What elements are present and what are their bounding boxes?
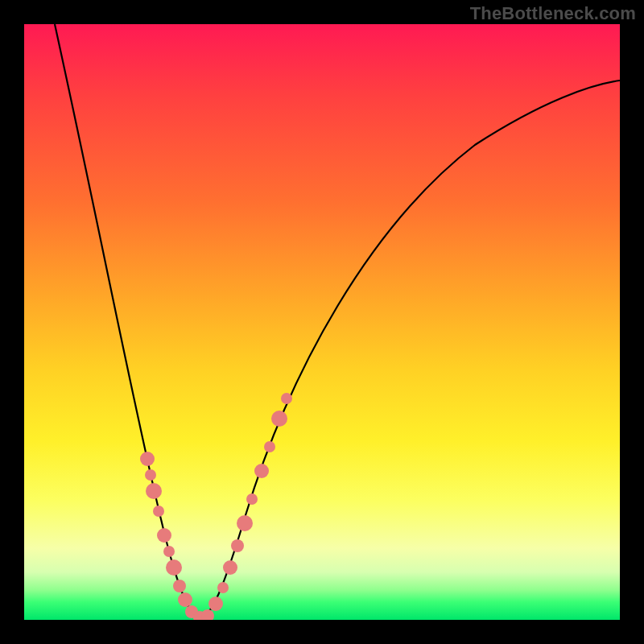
bead-marker [153,506,164,517]
plot-area [24,24,620,620]
bead-marker [237,515,253,531]
bead-marker [178,592,192,607]
bead-marker [145,469,156,481]
bead-marker [254,464,269,478]
bead-marker [281,393,292,404]
chart-svg [24,24,620,620]
bead-marker [246,493,258,505]
bead-marker [264,441,275,452]
bead-marker [146,483,162,499]
bead-group [140,393,292,620]
bead-marker [217,582,229,593]
bead-marker [173,580,186,592]
bead-marker [271,411,287,427]
bead-marker [223,560,237,575]
bead-marker [163,546,175,557]
bead-marker [231,539,244,552]
bead-marker [166,559,182,576]
watermark-text: TheBottleneck.com [470,3,636,24]
bottleneck-curve [55,24,620,618]
bead-marker [157,528,171,543]
bead-marker [140,452,155,466]
bead-marker [208,597,223,611]
chart-frame: TheBottleneck.com [0,0,644,644]
bead-marker [201,609,214,620]
